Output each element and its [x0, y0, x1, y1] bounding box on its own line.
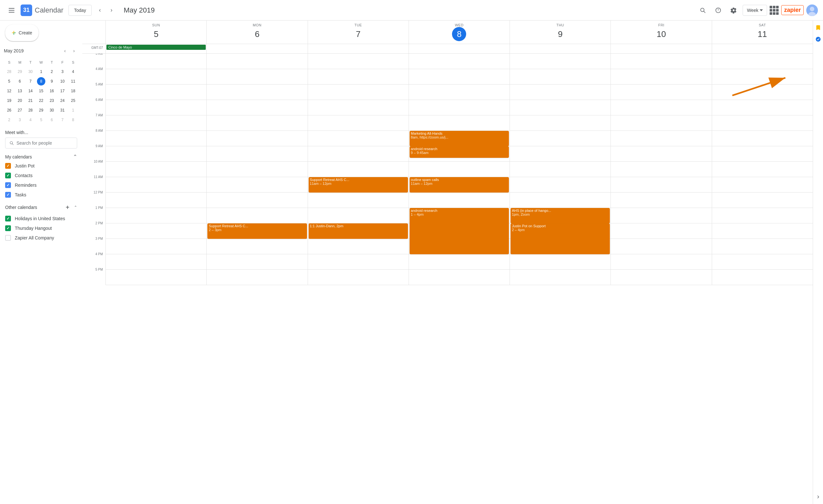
day-column[interactable]: [106, 54, 206, 285]
day-column[interactable]: [611, 54, 711, 285]
mini-cal-day[interactable]: 9: [47, 76, 57, 86]
mini-cal-next[interactable]: ›: [69, 46, 78, 55]
day-column[interactable]: AHS (in place of hango...1pm, ZoomJustin…: [510, 54, 611, 285]
allday-cell[interactable]: [510, 44, 611, 53]
calendar-event[interactable]: Support Retreat AHS C...11am – 12pm: [309, 177, 408, 192]
mini-cal-day[interactable]: 5: [36, 115, 46, 125]
mini-cal-day[interactable]: 25: [68, 96, 78, 106]
menu-icon[interactable]: [5, 4, 18, 17]
check-circle-icon[interactable]: [814, 35, 823, 44]
day-number[interactable]: 7: [351, 27, 365, 41]
mini-cal-day[interactable]: 19: [4, 96, 14, 106]
other-calendars-header[interactable]: Other calendars + ⌃: [5, 202, 77, 212]
my-calendar-item[interactable]: Justin Pot: [5, 161, 77, 171]
mini-cal-day[interactable]: 7: [57, 115, 68, 125]
day-column[interactable]: Marketing All-Hands8am, https://zoom.us/…: [408, 54, 510, 285]
allday-cell[interactable]: [308, 44, 408, 53]
mini-cal-day[interactable]: 30: [47, 106, 57, 115]
calendar-event[interactable]: 1:1 Justin-Dann, 2pm: [309, 223, 408, 239]
add-other-calendar-button[interactable]: +: [62, 202, 73, 212]
mini-cal-day[interactable]: 5: [4, 76, 14, 86]
allday-cell[interactable]: [611, 44, 711, 53]
mini-cal-day[interactable]: 31: [57, 106, 68, 115]
bookmark-icon[interactable]: [814, 23, 823, 32]
next-button[interactable]: ›: [106, 4, 117, 16]
day-column[interactable]: Support Retreat AHS C...11am – 12pm1:1 J…: [308, 54, 408, 285]
today-button[interactable]: Today: [68, 5, 91, 16]
mini-cal-day[interactable]: 13: [14, 86, 25, 96]
day-number[interactable]: 10: [654, 27, 668, 41]
allday-cell[interactable]: Cinco de Mayo: [106, 44, 206, 53]
mini-cal-day[interactable]: 28: [25, 106, 36, 115]
mini-cal-day[interactable]: 28: [4, 67, 14, 76]
mini-cal-day[interactable]: 26: [4, 106, 14, 115]
allday-event[interactable]: Cinco de Mayo: [107, 45, 206, 50]
allday-cell[interactable]: [408, 44, 510, 53]
mini-cal-day[interactable]: 29: [36, 106, 46, 115]
calendar-event[interactable]: Marketing All-Hands8am, https://zoom.us/…: [409, 131, 509, 146]
my-calendars-header[interactable]: My calendars ⌃: [5, 154, 77, 160]
mini-cal-day[interactable]: 3: [57, 67, 68, 76]
mini-cal-day[interactable]: 23: [47, 96, 57, 106]
day-number[interactable]: 5: [149, 27, 163, 41]
mini-cal-day[interactable]: 14: [25, 86, 36, 96]
day-number[interactable]: 8: [452, 27, 466, 41]
calendar-event[interactable]: AHS (in place of hango...1pm, Zoom: [510, 208, 610, 223]
mini-cal-day[interactable]: 27: [14, 106, 25, 115]
my-calendar-item[interactable]: Tasks: [5, 190, 77, 200]
calendar-event[interactable]: android research9 – 9:45am: [409, 146, 509, 158]
mini-cal-day[interactable]: 18: [68, 86, 78, 96]
mini-cal-day[interactable]: 6: [14, 76, 25, 86]
other-calendar-item[interactable]: Holidays in United States: [5, 214, 77, 223]
day-number[interactable]: 6: [250, 27, 264, 41]
mini-cal-day[interactable]: 2: [47, 67, 57, 76]
mini-cal-day[interactable]: 2: [4, 115, 14, 125]
expand-right-icon[interactable]: [814, 492, 823, 501]
search-people-container[interactable]: [5, 138, 77, 149]
day-column[interactable]: [712, 54, 813, 285]
day-column[interactable]: Support Retreat AHS C...2 – 3pm: [206, 54, 307, 285]
mini-cal-day[interactable]: 21: [25, 96, 36, 106]
calendar-event[interactable]: Support Retreat AHS C...2 – 3pm: [207, 223, 307, 239]
mini-cal-day[interactable]: 8: [68, 115, 78, 125]
my-calendar-item[interactable]: Contacts: [5, 171, 77, 180]
mini-cal-day[interactable]: 17: [57, 86, 68, 96]
mini-cal-day[interactable]: 4: [68, 67, 78, 76]
mini-cal-day[interactable]: 4: [25, 115, 36, 125]
day-number[interactable]: 9: [553, 27, 567, 41]
allday-cell[interactable]: [206, 44, 307, 53]
mini-cal-day[interactable]: 1: [68, 106, 78, 115]
search-button[interactable]: [696, 4, 709, 17]
calendar-event[interactable]: outline spam calls11am – 12pm: [409, 177, 509, 192]
mini-cal-day[interactable]: 16: [47, 86, 57, 96]
avatar[interactable]: [806, 4, 818, 16]
help-button[interactable]: ?: [712, 4, 724, 17]
mini-cal-prev[interactable]: ‹: [60, 46, 69, 55]
mini-cal-day[interactable]: 1: [36, 67, 46, 76]
mini-cal-day[interactable]: 3: [14, 115, 25, 125]
mini-cal-day[interactable]: 20: [14, 96, 25, 106]
mini-cal-day[interactable]: 15: [36, 86, 46, 96]
mini-cal-day[interactable]: 7: [25, 76, 36, 86]
my-calendar-item[interactable]: Reminders: [5, 180, 77, 190]
day-number[interactable]: 11: [755, 27, 769, 41]
mini-cal-day[interactable]: 29: [14, 67, 25, 76]
search-people-input[interactable]: [16, 141, 73, 146]
other-calendar-item[interactable]: Thursday Hangout: [5, 223, 77, 233]
mini-cal-day[interactable]: 24: [57, 96, 68, 106]
mini-cal-day[interactable]: 6: [47, 115, 57, 125]
mini-cal-day[interactable]: 10: [57, 76, 68, 86]
view-select[interactable]: Week: [743, 5, 767, 16]
apps-icon[interactable]: [770, 6, 779, 15]
calendar-event[interactable]: android research1 – 4pm: [409, 208, 509, 254]
mini-cal-day[interactable]: 8: [36, 76, 46, 86]
prev-button[interactable]: ‹: [94, 4, 106, 16]
other-calendar-item[interactable]: Zapier All Company: [5, 233, 77, 243]
calendar-event[interactable]: Justin Pot on Support2 – 4pm: [510, 223, 610, 254]
allday-cell[interactable]: [712, 44, 813, 53]
settings-button[interactable]: [727, 4, 740, 17]
create-button[interactable]: + Create: [5, 24, 39, 41]
mini-cal-day[interactable]: 11: [68, 76, 78, 86]
mini-cal-day[interactable]: 30: [25, 67, 36, 76]
mini-cal-day[interactable]: 22: [36, 96, 46, 106]
